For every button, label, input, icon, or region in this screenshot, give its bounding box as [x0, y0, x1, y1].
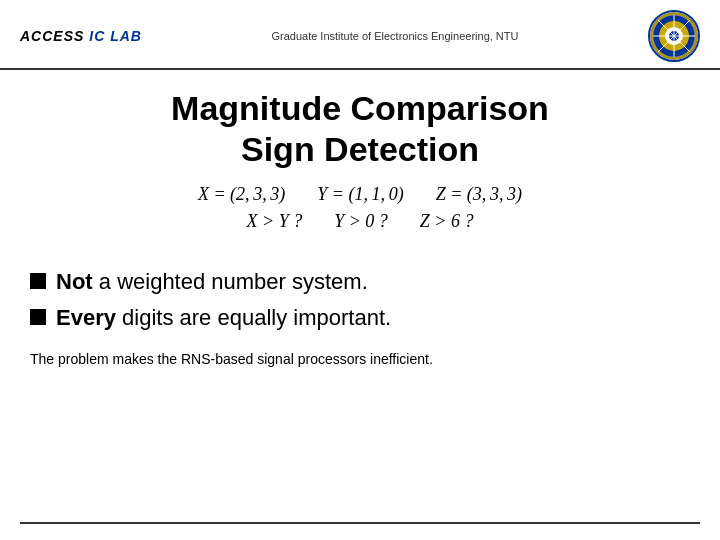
brand-area: ACCESS IC LAB: [20, 28, 142, 44]
institute-text: Graduate Institute of Electronics Engine…: [142, 30, 648, 42]
math-question-z6: Z > 6 ?: [420, 211, 474, 232]
bottom-divider: [20, 522, 700, 524]
math-question-xy: X > Y ?: [246, 211, 302, 232]
bullet-label-1: Not: [56, 269, 93, 294]
math-expr-z: Z = (3, 3, 3): [436, 184, 522, 205]
bullet-label-2: Every: [56, 305, 116, 330]
ic-lab-label: IC LAB: [84, 28, 142, 44]
title-line1: Magnitude Comparison: [171, 89, 549, 127]
bullet-text-1: Not a weighted number system.: [56, 268, 368, 297]
bullet-rest-1: a weighted number system.: [99, 269, 368, 294]
math-expr-y: Y = (1, 1, 0): [317, 184, 403, 205]
bullet-square-1: [30, 273, 46, 289]
math-row-1: X = (2, 3, 3) Y = (1, 1, 0) Z = (3, 3, 3…: [30, 184, 690, 205]
bullet-item-2: Every digits are equally important.: [30, 304, 690, 333]
math-row-2: X > Y ? Y > 0 ? Z > 6 ?: [30, 211, 690, 232]
ntu-logo-svg: [652, 14, 696, 58]
bullet-item-1: Not a weighted number system.: [30, 268, 690, 297]
slide-container: ACCESS IC LAB Graduate Institute of Elec…: [0, 0, 720, 540]
ntu-logo-container: [648, 10, 700, 62]
ntu-logo: [650, 12, 698, 60]
bottom-paragraph: The problem makes the RNS-based signal p…: [30, 349, 690, 370]
bullet-text-2: Every digits are equally important.: [56, 304, 391, 333]
math-area: X = (2, 3, 3) Y = (1, 1, 0) Z = (3, 3, 3…: [30, 184, 690, 232]
brand-text: ACCESS IC LAB: [20, 28, 142, 44]
math-question-y0: Y > 0 ?: [334, 211, 388, 232]
math-expr-x: X = (2, 3, 3): [198, 184, 285, 205]
bullet-rest-2: digits are equally important.: [122, 305, 391, 330]
title-line2: Sign Detection: [241, 130, 479, 168]
slide-header: ACCESS IC LAB Graduate Institute of Elec…: [0, 0, 720, 70]
bullet-square-2: [30, 309, 46, 325]
bullet-section: Not a weighted number system. Every digi…: [30, 268, 690, 333]
main-content: Magnitude Comparison Sign Detection X = …: [0, 70, 720, 258]
title-text: Magnitude Comparison Sign Detection: [30, 88, 690, 170]
access-label: ACCESS: [20, 28, 84, 44]
slide-title: Magnitude Comparison Sign Detection: [30, 88, 690, 170]
